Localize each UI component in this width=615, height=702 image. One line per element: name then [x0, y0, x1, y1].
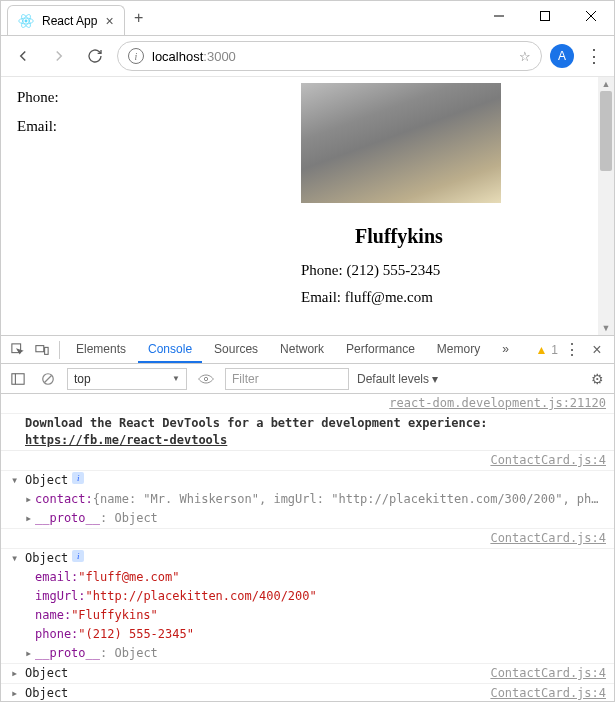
svg-line-14	[45, 375, 52, 382]
source-link[interactable]: ContactCard.js:4	[490, 685, 606, 701]
console-toolbar: top▼ Filter Default levels ▾ ⚙	[1, 364, 614, 394]
svg-rect-11	[12, 373, 24, 384]
devtools-tab-console[interactable]: Console	[138, 336, 202, 363]
console-line: ContactCard.js:4	[1, 451, 614, 471]
scroll-thumb[interactable]	[600, 91, 612, 171]
page-viewport: Phone: Email: Fluffykins Phone: (212) 55…	[1, 77, 614, 335]
clear-console-icon[interactable]	[37, 368, 59, 390]
svg-point-0	[25, 19, 28, 22]
console-line: react-dom.development.js:21120	[1, 394, 614, 414]
contact-phone: Phone: (212) 555-2345	[301, 262, 591, 279]
devtools-panel: Elements Console Sources Network Perform…	[1, 335, 614, 701]
console-object-row[interactable]: ▸__proto__: Object	[1, 509, 614, 529]
svg-rect-10	[45, 347, 49, 354]
page-scrollbar[interactable]: ▲ ▼	[598, 77, 614, 335]
back-button[interactable]	[9, 42, 37, 70]
window-close[interactable]	[568, 1, 614, 31]
new-tab-button[interactable]: +	[125, 4, 153, 32]
contact-email: Email: fluff@me.com	[301, 289, 591, 306]
devtools-tab-sources[interactable]: Sources	[204, 336, 268, 363]
devtools-tab-elements[interactable]: Elements	[66, 336, 136, 363]
contact-image	[301, 83, 501, 203]
bookmark-star-icon[interactable]: ☆	[519, 49, 531, 64]
live-expression-icon[interactable]	[195, 368, 217, 390]
console-object-header[interactable]: ▾Objecti	[1, 471, 614, 490]
source-link[interactable]: ContactCard.js:4	[490, 530, 606, 547]
react-favicon	[18, 13, 34, 29]
chrome-menu-icon[interactable]: ⋮	[582, 44, 606, 68]
svg-rect-9	[36, 345, 44, 351]
window-maximize[interactable]	[522, 1, 568, 31]
page-content: Phone: Email: Fluffykins Phone: (212) 55…	[1, 77, 614, 335]
console-object-header[interactable]: ▸ObjectContactCard.js:4	[1, 684, 614, 701]
browser-tabs: React App × +	[1, 1, 476, 35]
window-controls	[476, 1, 614, 31]
inspect-element-icon[interactable]	[7, 339, 29, 361]
site-info-icon[interactable]: i	[128, 48, 144, 64]
info-icon[interactable]: i	[72, 550, 84, 562]
scroll-down-icon[interactable]: ▼	[598, 321, 614, 335]
scroll-up-icon[interactable]: ▲	[598, 77, 614, 91]
console-object-row: email: "fluff@me.com"	[1, 568, 614, 587]
browser-toolbar: i localhost:3000 ☆ A ⋮	[1, 35, 614, 77]
info-icon[interactable]: i	[72, 472, 84, 484]
console-output: react-dom.development.js:21120 Download …	[1, 394, 614, 701]
devtools-menu-icon[interactable]: ⋮	[560, 338, 584, 362]
devtools-tab-network[interactable]: Network	[270, 336, 334, 363]
contact-name: Fluffykins	[355, 225, 591, 248]
devtools-tabstrip: Elements Console Sources Network Perform…	[1, 336, 614, 364]
profile-avatar[interactable]: A	[550, 44, 574, 68]
browser-tab-active[interactable]: React App ×	[7, 5, 125, 35]
context-selector[interactable]: top▼	[67, 368, 187, 390]
source-link[interactable]: ContactCard.js:4	[490, 665, 606, 682]
svg-rect-5	[541, 12, 550, 21]
contact-card: Fluffykins Phone: (212) 555-2345 Email: …	[301, 83, 591, 316]
devtools-tab-more[interactable]: »	[492, 336, 519, 363]
reload-button[interactable]	[81, 42, 109, 70]
console-line: ContactCard.js:4	[1, 529, 614, 549]
console-settings-icon[interactable]: ⚙	[586, 368, 608, 390]
svg-point-15	[204, 377, 207, 380]
address-bar[interactable]: i localhost:3000 ☆	[117, 41, 542, 71]
window-minimize[interactable]	[476, 1, 522, 31]
url-host: localhost	[152, 49, 203, 64]
devtools-warning-count[interactable]: ▲1	[535, 343, 558, 357]
window-titlebar: React App × +	[1, 1, 614, 35]
forward-button[interactable]	[45, 42, 73, 70]
console-object-row: name: "Fluffykins"	[1, 606, 614, 625]
source-link[interactable]: react-dom.development.js:21120	[389, 395, 606, 412]
devtools-tab-memory[interactable]: Memory	[427, 336, 490, 363]
url-path: :3000	[203, 49, 236, 64]
console-sidebar-icon[interactable]	[7, 368, 29, 390]
devtools-close-icon[interactable]: ×	[586, 339, 608, 361]
tab-close-icon[interactable]: ×	[105, 14, 113, 28]
divider	[59, 341, 60, 359]
console-filter-input[interactable]: Filter	[225, 368, 349, 390]
console-object-row: imgUrl: "http://placekitten.com/400/200"	[1, 587, 614, 606]
console-object-row[interactable]: ▸__proto__: Object	[1, 644, 614, 664]
console-object-row[interactable]: ▸contact: {name: "Mr. Whiskerson", imgUr…	[1, 490, 614, 509]
devtools-tab-performance[interactable]: Performance	[336, 336, 425, 363]
device-toolbar-icon[interactable]	[31, 339, 53, 361]
console-object-row: phone: "(212) 555-2345"	[1, 625, 614, 644]
source-link[interactable]: ContactCard.js:4	[490, 452, 606, 469]
console-object-header[interactable]: ▾Objecti	[1, 549, 614, 568]
chevron-down-icon: ▼	[172, 374, 180, 383]
warning-icon: ▲	[535, 343, 547, 357]
tab-title: React App	[42, 14, 97, 28]
console-line: Download the React DevTools for a better…	[1, 414, 614, 451]
log-level-selector[interactable]: Default levels ▾	[357, 372, 438, 386]
react-devtools-link[interactable]: https://fb.me/react-devtools	[25, 433, 227, 447]
console-object-header[interactable]: ▸ObjectContactCard.js:4	[1, 664, 614, 684]
